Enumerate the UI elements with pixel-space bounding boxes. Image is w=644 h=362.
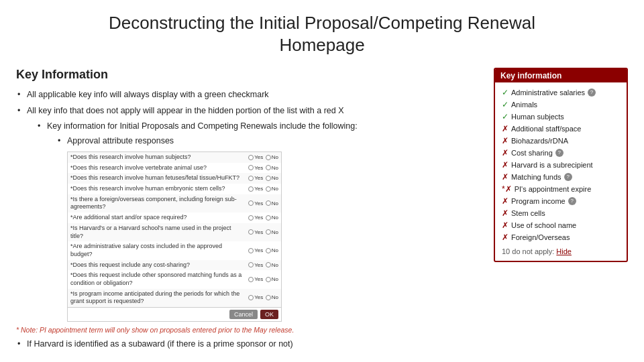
do-not-apply: 10 do not apply: Hide <box>502 247 620 255</box>
note-text: * Note: PI appointment term will only sh… <box>16 326 480 334</box>
key-info-item: ✓Animals <box>502 100 620 109</box>
content-area: Key Information All applicable key info … <box>16 68 628 354</box>
approval-row-radio[interactable]: Yes No <box>245 213 281 223</box>
approval-row-radio[interactable]: Yes No <box>245 289 281 307</box>
approval-row: *Is there a foreign/overseas component, … <box>68 194 281 213</box>
key-info-item-label: Animals <box>511 101 537 109</box>
approval-row: *Does this request include any cost-shar… <box>68 260 281 271</box>
key-info-header: Key information <box>495 69 627 82</box>
key-info-item-label: Stem cells <box>511 209 545 217</box>
sub-sub-list: Approval attribute responses *Does this … <box>47 135 480 322</box>
key-info-item: ✗Matching funds? <box>502 172 620 182</box>
approval-row: *Does this request include other sponsor… <box>68 270 281 288</box>
approval-row: *Are administrative salary costs include… <box>68 241 281 259</box>
key-info-item-label: Matching funds <box>511 173 561 181</box>
bullet-1: All applicable key info will always disp… <box>16 88 480 101</box>
x-icon: ✗ <box>502 136 508 145</box>
key-info-item: ✓Human subjects <box>502 112 620 121</box>
key-info-item-label: Human subjects <box>511 113 564 121</box>
asterisk-icon: *✗ <box>502 184 512 194</box>
section-title: Key Information <box>16 68 480 82</box>
key-info-item-label: Use of school name <box>511 221 576 229</box>
right-panel: Key information ✓Administrative salaries… <box>494 68 628 354</box>
key-info-item-label: Cost sharing <box>511 149 553 157</box>
approval-row-label: *Does this research involve vertebrate a… <box>68 163 245 174</box>
x-icon: ✗ <box>502 148 508 158</box>
key-info-item: ✗Cost sharing? <box>502 148 620 158</box>
x-icon: ✗ <box>502 208 508 218</box>
sub-sub-bullet-1: Approval attribute responses *Does this … <box>56 135 480 322</box>
key-info-item: ✗Additional staff/space <box>502 124 620 133</box>
page-title: Deconstructing the Initial Proposal/Comp… <box>16 12 628 56</box>
approval-row-label: *Is there a foreign/overseas component, … <box>68 194 245 213</box>
key-info-item-label: Additional staff/space <box>511 125 581 133</box>
sub-list: Key information for Initial Proposals an… <box>27 120 480 322</box>
help-icon[interactable]: ? <box>568 197 576 205</box>
cancel-button[interactable]: Cancel <box>229 310 258 319</box>
approval-row-radio[interactable]: Yes No <box>245 223 281 241</box>
approval-row-label: *Does this request include any cost-shar… <box>68 260 245 271</box>
left-panel: Key Information All applicable key info … <box>16 68 480 354</box>
approval-table: *Does this research involve human subjec… <box>68 152 281 307</box>
approval-row-label: *Are administrative salary costs include… <box>68 241 245 259</box>
approval-row-radio[interactable]: Yes No <box>245 163 281 174</box>
approval-row-label: *Does this research involve human embryo… <box>68 184 245 194</box>
check-icon: ✓ <box>502 100 508 109</box>
help-icon[interactable]: ? <box>564 173 572 181</box>
approval-row-label: *Does this research involve human fetuse… <box>68 173 245 184</box>
approval-row: *Does this research involve human subjec… <box>68 152 281 163</box>
x-icon: ✗ <box>502 233 508 242</box>
approval-row-label: *Are additional start and/or space requi… <box>68 213 245 223</box>
key-info-item-label: Administrative salaries <box>511 88 585 97</box>
approval-row-radio[interactable]: Yes No <box>245 270 281 288</box>
main-bullet-list: All applicable key info will always disp… <box>16 88 480 322</box>
approval-row: *Is program income anticipated during th… <box>68 289 281 307</box>
approval-row-label: *Does this request include other sponsor… <box>68 270 245 288</box>
approval-row: *Does this research involve human embryo… <box>68 184 281 194</box>
approval-row-label: *Is Harvard's or a Harvard school's name… <box>68 223 245 241</box>
key-info-item: ✗Use of school name <box>502 221 620 230</box>
final-bullet: If Harvard is identified as a subaward (… <box>16 338 480 351</box>
approval-row: *Is Harvard's or a Harvard school's name… <box>68 223 281 241</box>
x-icon: ✗ <box>502 172 508 182</box>
final-bullet-list: If Harvard is identified as a subaward (… <box>16 338 480 351</box>
approval-row-radio[interactable]: Yes No <box>245 194 281 213</box>
key-info-item: ✗Foreign/Overseas <box>502 233 620 242</box>
key-info-item-label: Harvard is a subrecipient <box>511 161 593 169</box>
key-info-item: ✓Administrative salaries? <box>502 88 620 97</box>
key-info-item-label: PI's appointment expire <box>515 185 592 193</box>
table-footer: Cancel OK <box>68 307 281 321</box>
approval-row-label: *Does this research involve human subjec… <box>68 152 245 163</box>
x-icon: ✗ <box>502 196 508 206</box>
approval-row-radio[interactable]: Yes No <box>245 173 281 184</box>
key-info-item-label: Foreign/Overseas <box>511 233 570 241</box>
approval-row-radio[interactable]: Yes No <box>245 184 281 194</box>
sub-bullet-1: Key information for Initial Proposals an… <box>36 120 480 322</box>
ok-button[interactable]: OK <box>260 310 278 319</box>
approval-row-radio[interactable]: Yes No <box>245 241 281 259</box>
check-icon: ✓ <box>502 112 508 121</box>
approval-row: *Does this research involve human fetuse… <box>68 173 281 184</box>
key-info-item: ✗Program income? <box>502 196 620 206</box>
key-info-item: ✗Stem cells <box>502 208 620 218</box>
approval-row-radio[interactable]: Yes No <box>245 260 281 271</box>
approval-table-wrap: *Does this research involve human subjec… <box>67 152 282 322</box>
x-icon: ✗ <box>502 160 508 170</box>
check-icon: ✓ <box>502 88 508 97</box>
approval-row-radio[interactable]: Yes No <box>245 152 281 163</box>
help-icon[interactable]: ? <box>555 149 564 157</box>
x-icon: ✗ <box>502 124 508 133</box>
key-info-item: ✗Harvard is a subrecipient <box>502 160 620 170</box>
hide-link[interactable]: Hide <box>556 247 572 255</box>
key-info-item: *✗PI's appointment expire <box>502 184 620 194</box>
key-info-item-label: Program income <box>511 197 566 205</box>
help-icon[interactable]: ? <box>588 88 596 97</box>
approval-row-label: *Is program income anticipated during th… <box>68 289 245 307</box>
page-container: Deconstructing the Initial Proposal/Comp… <box>0 0 644 362</box>
key-info-item: ✗Biohazards/rDNA <box>502 136 620 145</box>
key-info-box: Key information ✓Administrative salaries… <box>494 68 628 262</box>
x-icon: ✗ <box>502 221 508 230</box>
approval-row: *Does this research involve vertebrate a… <box>68 163 281 174</box>
bullet-2: All key info that does not apply will ap… <box>16 105 480 322</box>
approval-row: *Are additional start and/or space requi… <box>68 213 281 223</box>
